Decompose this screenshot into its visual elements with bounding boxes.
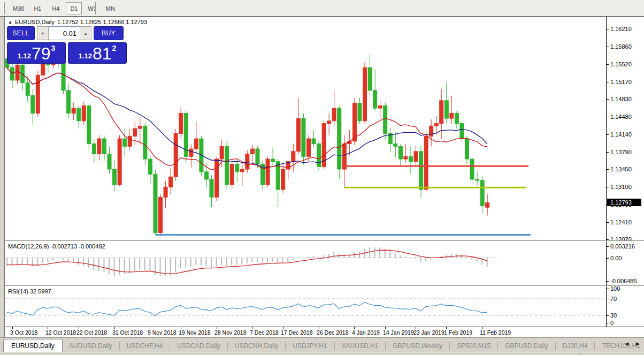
price-axis[interactable]: 1.162101.158601.155201.151701.148301.144… <box>606 17 644 240</box>
current-price-label: 1.12793 <box>607 199 641 206</box>
date-label: 17 Dec 2018 <box>281 329 313 336</box>
volume-input[interactable] <box>49 26 80 40</box>
tab-scroll-right-icon[interactable]: ▶ <box>636 341 640 346</box>
price-tick-mark <box>607 239 609 240</box>
date-tick-mark <box>79 327 79 329</box>
macd-tick-label: 0.00 <box>610 255 622 261</box>
date-label: 4 Jan 2019 <box>352 329 380 336</box>
tab-gbpusd-daily[interactable]: GBPUSD,Daily <box>498 342 555 350</box>
price-tick-label: 1.14480 <box>610 114 632 120</box>
buy-button[interactable]: BUY <box>94 26 124 40</box>
tab-sp500-m15[interactable]: SP500,M15 <box>450 342 497 350</box>
macd-tick-mark <box>607 258 609 259</box>
macd-axis[interactable]: 0.0032160.00-0.006485 <box>606 241 644 285</box>
date-label: 19 Nov 2018 <box>179 329 211 336</box>
price-tick-mark <box>607 152 609 153</box>
tab-usdjpy-h1[interactable]: USDJPY,H1 <box>286 342 334 350</box>
volume-decrease-button[interactable]: ▼ <box>37 26 49 40</box>
date-tick-mark <box>385 327 386 329</box>
statusbar-divider <box>142 353 142 355</box>
toolbar-separator <box>95 2 96 14</box>
chart-window: 1.162101.158601.155201.151701.148301.144… <box>4 17 644 337</box>
date-label: 12 Oct 2018 <box>45 329 76 336</box>
chart-tab-bar: EURUSD,Daily AUDUSD,DailyUSDCHF,H4USDCAD… <box>0 337 644 352</box>
sell-price-sup: 3 <box>51 44 56 52</box>
inactive-tabs: AUDUSD,DailyUSDCHF,H4USDCAD,DailyUSDCNH,… <box>62 339 644 352</box>
date-tick-mark <box>217 327 217 329</box>
macd-label: MACD(12,26,9) -0.002713 -0.000482 <box>8 243 105 250</box>
sell-button[interactable]: SELL <box>7 26 35 40</box>
date-label: 14 Jan 2019 <box>383 329 414 336</box>
price-tick-mark <box>607 47 609 47</box>
date-label: 1 Feb 2019 <box>444 329 472 336</box>
rsi-tick-label: 100 <box>610 285 620 292</box>
tab-dj30-h4[interactable]: DJ30,H4 <box>556 342 595 350</box>
timeframe-button-h4[interactable]: H4 <box>48 2 64 14</box>
timeframe-button-h1[interactable]: H1 <box>29 2 45 14</box>
price-tick-mark <box>607 64 609 65</box>
date-label: 31 Oct 2018 <box>112 329 143 336</box>
date-label: 3 Oct 2018 <box>10 329 37 336</box>
price-tick-label: 1.16210 <box>610 26 632 32</box>
price-tick-label: 1.14830 <box>610 96 632 102</box>
price-tick-mark <box>607 117 609 117</box>
date-tick-mark <box>446 327 447 329</box>
tab-eurusd-daily[interactable]: EURUSD,Daily <box>3 339 63 352</box>
sell-quote-tile[interactable]: 1.12 79 3 <box>7 42 66 64</box>
price-tick-mark <box>607 134 609 135</box>
date-tick-mark <box>114 327 115 329</box>
rsi-pane: 10070300 RSI(14) 32.5997 <box>5 286 644 327</box>
date-axis[interactable]: 3 Oct 201812 Oct 201822 Oct 201831 Oct 2… <box>5 327 644 337</box>
left-panel-splitter[interactable] <box>0 17 4 352</box>
rsi-axis[interactable]: 10070300 <box>606 286 644 327</box>
rsi-chart[interactable] <box>5 286 606 327</box>
price-pane: 1.162101.158601.155201.151701.148301.144… <box>5 17 644 240</box>
buy-quote-tile[interactable]: 1.12 81 2 <box>68 42 127 64</box>
buy-price-big: 81 <box>93 46 112 62</box>
timeframe-button-w1[interactable]: W1 <box>84 2 100 14</box>
price-tick-mark <box>607 222 609 223</box>
date-label: 26 Dec 2018 <box>317 329 349 336</box>
timeframe-button-d1[interactable]: D1 <box>66 2 82 14</box>
statusbar-divider <box>257 353 257 355</box>
buy-price-sup: 2 <box>112 44 117 52</box>
tab-usdcnh-daily[interactable]: USDCNH,Daily <box>228 342 285 350</box>
rsi-tick-label: 30 <box>610 312 617 319</box>
volume-increase-button[interactable]: ▲ <box>80 26 91 40</box>
date-tick-mark <box>12 327 13 329</box>
chart-symbol-label: EURUSD,Daily <box>15 19 55 25</box>
spinner-down-icon: ▼ <box>41 32 45 35</box>
date-tick-mark <box>252 327 252 329</box>
price-tick-label: 1.14140 <box>610 131 632 138</box>
timeframe-button-m30[interactable]: M30 <box>10 2 27 14</box>
tab-scroll-left-icon[interactable]: ◀ <box>625 341 628 346</box>
date-label: 22 Oct 2018 <box>76 329 107 336</box>
tab-audusd-daily[interactable]: AUDUSD,Daily <box>62 342 119 350</box>
rsi-label: RSI(14) 32.5997 <box>8 288 51 294</box>
macd-pane: 0.0032160.00-0.006485 MACD(12,26,9) -0.0… <box>5 241 644 285</box>
tab-gbpusd-weekly[interactable]: GBPUSD,Weekly <box>386 342 449 350</box>
rsi-plot-area[interactable] <box>5 286 606 327</box>
price-tick-mark <box>607 187 609 187</box>
sell-price-prefix: 1.12 <box>18 52 31 60</box>
rsi-tick-mark <box>607 323 609 323</box>
price-tick-mark <box>607 29 609 29</box>
tab-xauusd-h1[interactable]: XAUUSD,H1 <box>335 342 386 350</box>
toolbar-grip[interactable] <box>3 2 5 14</box>
date-tick-mark <box>482 327 482 329</box>
chart-title: ▲ EURUSD,Daily 1.12752 1.12825 1.12666 1… <box>8 19 147 25</box>
status-bar <box>0 352 644 355</box>
timeframe-buttons: M30H1H4D1W1MN <box>9 2 119 15</box>
price-tick-label: 1.15520 <box>610 61 632 67</box>
statusbar-divider <box>407 353 407 355</box>
one-click-collapse-icon[interactable]: ▲ <box>8 20 12 25</box>
tab-usdchf-h4[interactable]: USDCHF,H4 <box>120 342 170 350</box>
date-label: 9 Nov 2018 <box>148 329 177 336</box>
sell-price-big: 79 <box>32 46 51 62</box>
rsi-tick-mark <box>607 289 609 289</box>
price-tick-label: 1.15170 <box>610 79 632 85</box>
tab-usdcad-daily[interactable]: USDCAD,Daily <box>170 342 227 350</box>
date-tick-mark <box>354 327 355 329</box>
date-tick-mark <box>416 327 416 329</box>
timeframe-button-mn[interactable]: MN <box>102 2 118 14</box>
